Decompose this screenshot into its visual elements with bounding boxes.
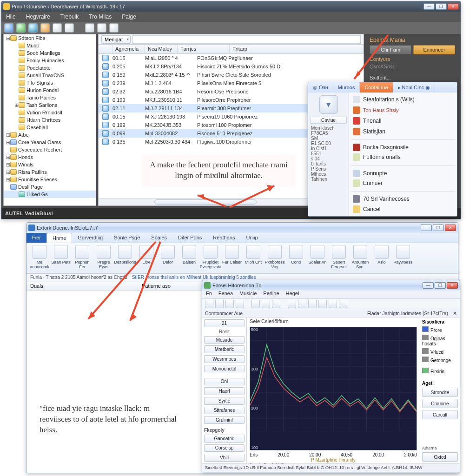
left-btn[interactable]: Mretberic bbox=[204, 345, 245, 353]
menu-item[interactable]: Paige bbox=[122, 13, 136, 20]
tree-node[interactable]: Tanio Páiries bbox=[4, 94, 96, 101]
popup-menu-item[interactable]: Bocka Dssgniosile bbox=[351, 139, 455, 151]
table-row[interactable]: 0.159MxiL2.2803ª 4 15 ⁴⁵Pihsri Swire Cle… bbox=[99, 71, 364, 79]
tool-icon[interactable] bbox=[262, 300, 270, 308]
ribbon-button[interactable]: Saan Pets bbox=[51, 245, 71, 271]
menu-item[interactable]: Hegel bbox=[286, 291, 299, 298]
titlebar[interactable]: Prault Goursrie ‹ Dearehawer of Wilomsth… bbox=[1, 1, 461, 12]
tree-node[interactable]: ⊞Founitlse Frieces bbox=[4, 176, 96, 183]
tree-node[interactable]: Mulal bbox=[4, 42, 96, 49]
close-button[interactable]: ✕ bbox=[445, 225, 456, 231]
ribbon-tab[interactable]: Fier bbox=[26, 233, 46, 243]
tool-icon[interactable] bbox=[53, 23, 62, 33]
left-btn[interactable]: Ganoatnd bbox=[204, 435, 245, 443]
ribbon-button[interactable]: Mioh Cnt bbox=[243, 245, 264, 271]
refresh-icon[interactable] bbox=[40, 23, 50, 33]
popup-main-button[interactable]: Caviue bbox=[310, 117, 347, 124]
ribbon-button[interactable]: Defor bbox=[158, 245, 178, 271]
tree-node[interactable]: ⊞Winals bbox=[4, 161, 96, 168]
tool-icon[interactable] bbox=[288, 300, 296, 308]
menu-item[interactable]: Hegvraire bbox=[26, 13, 50, 20]
tool-icon[interactable] bbox=[97, 23, 106, 33]
left-btn[interactable]: Sttrafanes bbox=[204, 407, 245, 415]
tree-node[interactable]: Soob Manliegs bbox=[4, 49, 96, 57]
tool-icon[interactable] bbox=[298, 300, 306, 308]
tool-icon[interactable] bbox=[318, 300, 327, 308]
ribbon-button[interactable]: Frupiciet Pvcégsvata bbox=[200, 245, 221, 271]
tree-node[interactable]: Audall TnaxCNS bbox=[4, 72, 96, 79]
titlebar[interactable]: Forsel Hitoreninon Td — ❐ ✕ bbox=[202, 280, 460, 291]
tree-node[interactable]: Cyoceated Rechert bbox=[4, 146, 96, 153]
tree-node[interactable]: Tifo Stgnsls bbox=[4, 79, 96, 86]
ribbon-button[interactable]: Cono bbox=[286, 245, 306, 271]
scroll-thumb[interactable] bbox=[154, 199, 257, 205]
tree-node[interactable]: Desli Page bbox=[4, 183, 96, 191]
tree-node[interactable]: Htiarn Chrttces bbox=[4, 116, 96, 124]
popup-menu-item[interactable]: Ton Haus Shsly bbox=[351, 106, 455, 115]
popup-menu-item[interactable]: Sonnupte bbox=[351, 165, 455, 177]
ribbon-tab[interactable]: Sonle Psge bbox=[108, 233, 145, 243]
left-top-btn[interactable]: 21 bbox=[204, 319, 245, 327]
tool-icon[interactable] bbox=[272, 300, 280, 308]
menu-item[interactable]: Trebulk bbox=[60, 13, 79, 20]
tool-icon[interactable] bbox=[65, 23, 74, 33]
popup-tab[interactable]: ◎ Озн bbox=[308, 82, 333, 93]
tree-node[interactable]: Liiked Gs bbox=[4, 191, 96, 198]
maximize-button[interactable]: ❐ bbox=[435, 282, 446, 289]
popup-tab[interactable]: Muroos bbox=[333, 82, 360, 93]
menu-item[interactable]: Musicle bbox=[239, 291, 257, 298]
bottom-btn[interactable]: Oxtcd bbox=[422, 452, 458, 462]
tool-icon[interactable] bbox=[215, 300, 224, 308]
tool-icon[interactable] bbox=[109, 23, 119, 33]
menu-item[interactable]: Perllne bbox=[263, 291, 279, 298]
minimize-button[interactable]: — bbox=[423, 3, 435, 10]
subtab-left[interactable]: Comtonmcer Aue bbox=[205, 311, 243, 316]
ribbon-button[interactable]: Pophon Fer bbox=[72, 245, 93, 271]
ribbon-button[interactable]: Seoert Fergrvrit bbox=[329, 245, 349, 271]
ribbon-tab[interactable]: Reathans bbox=[207, 233, 240, 243]
tool-icon[interactable] bbox=[205, 300, 213, 308]
right-btn[interactable]: Carcall bbox=[422, 410, 458, 419]
ribbon-tab[interactable]: Soales bbox=[145, 233, 172, 243]
tree-node[interactable]: Hurlon Fondal bbox=[4, 86, 96, 94]
left-btn[interactable]: Grulininf bbox=[204, 416, 245, 424]
ribbon-button[interactable]: Soaler An bbox=[307, 245, 328, 271]
ribbon-button[interactable]: Paywoess bbox=[393, 245, 413, 271]
popup-menu-item[interactable]: Enmuer bbox=[351, 179, 455, 188]
tree-node[interactable]: Foolly Huinacles bbox=[4, 57, 96, 64]
ribbon-tab[interactable]: Hnme bbox=[46, 233, 72, 243]
side-btn-2[interactable]: Ennoncer bbox=[413, 45, 455, 54]
left-btn[interactable]: Syrtie bbox=[204, 397, 245, 405]
maximize-button[interactable]: ❐ bbox=[433, 225, 444, 231]
tree-view[interactable]: ⊟Sdtson Fibe Mulal Soob Manliegs Foolly … bbox=[3, 34, 96, 206]
tool-icon[interactable] bbox=[329, 300, 337, 308]
nav-forward-icon[interactable] bbox=[16, 23, 26, 33]
popup-main-icon[interactable] bbox=[319, 95, 338, 114]
popup-tab[interactable]: ▸ Noul Clnc ◉ bbox=[393, 82, 436, 93]
ribbon-button[interactable]: Pxnboress Voy bbox=[264, 245, 285, 271]
popup-menu-item[interactable]: 70 Srl Vanhecoses bbox=[351, 191, 455, 203]
menu-item[interactable]: Tro Mllas bbox=[89, 13, 112, 20]
tool-icon[interactable] bbox=[251, 300, 260, 308]
side-btn-1[interactable]: Cfir Fam bbox=[370, 45, 411, 54]
ribbon-tab[interactable]: Gorverdtiig bbox=[72, 233, 108, 243]
tool-icon[interactable] bbox=[236, 300, 244, 308]
ribbon-button[interactable]: Litre bbox=[136, 245, 157, 271]
popup-tab[interactable]: Contailrue bbox=[360, 82, 393, 93]
tree-node[interactable]: ⊞Tash Sarilons bbox=[4, 101, 96, 109]
minimize-button[interactable]: — bbox=[421, 225, 432, 231]
left-btn[interactable]: Onl bbox=[204, 378, 245, 386]
popup-menu-item[interactable]: Tnonall bbox=[351, 116, 455, 125]
right-btn[interactable]: Stroncite bbox=[422, 388, 458, 397]
minimize-button[interactable]: — bbox=[423, 282, 434, 289]
close-button[interactable]: ✕ bbox=[448, 3, 459, 10]
table-row[interactable]: 00.15MlaL.I2950 ª 4PO¤SGk:MQ Pegliunaer bbox=[99, 54, 364, 62]
left-btn[interactable]: Corselsp bbox=[204, 444, 245, 452]
ribbon-button[interactable]: Arounten Syc. bbox=[350, 245, 370, 271]
ribbon-button[interactable]: Fer Celser bbox=[222, 245, 242, 271]
menu-item[interactable]: Fenea bbox=[218, 291, 233, 298]
tree-node[interactable]: Vution Rrniodsll bbox=[4, 109, 96, 116]
left-btn[interactable]: Mosade bbox=[204, 336, 245, 344]
tool-icon[interactable] bbox=[85, 23, 94, 33]
tree-node[interactable]: Podclatote bbox=[4, 64, 96, 72]
